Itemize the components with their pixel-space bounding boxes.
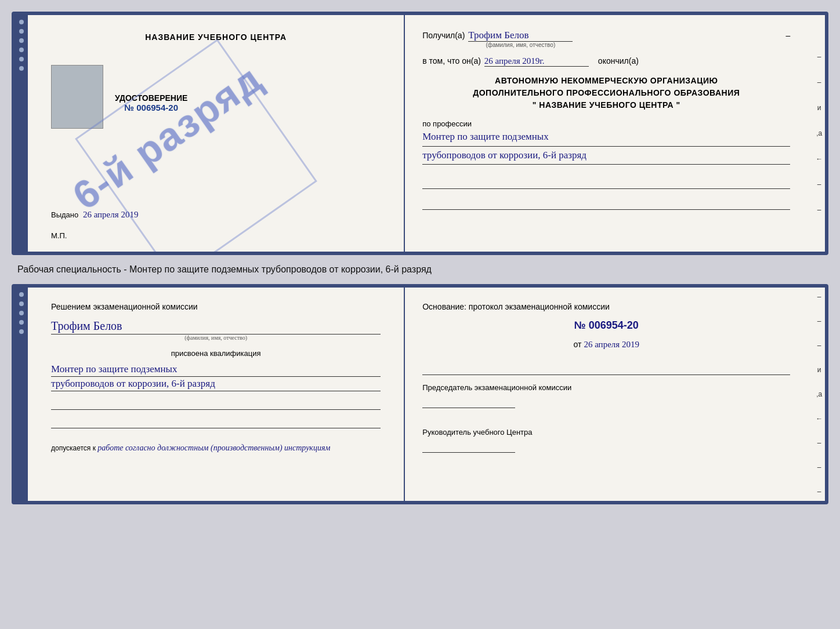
- qualification-lines: Монтер по защите подземных трубопроводов…: [51, 363, 381, 391]
- cert-bottom-right: Основание: протокол экзаменационной коми…: [405, 288, 813, 501]
- decision-title: Решением экзаменационной комиссии: [51, 302, 381, 311]
- side-b-dash2: –: [817, 317, 821, 325]
- completion-date: 26 апреля 2019г.: [484, 56, 589, 67]
- profession-label: по профессии: [422, 119, 790, 128]
- assigned-label: присвоена квалификация: [51, 349, 381, 358]
- spine-dot: [19, 292, 24, 297]
- org-line1: АВТОНОМНУЮ НЕКОММЕРЧЕСКУЮ ОРГАНИЗАЦИЮ: [422, 75, 790, 87]
- spine-dot: [19, 48, 24, 52]
- top-certificate: НАЗВАНИЕ УЧЕБНОГО ЦЕНТРА УДОСТОВЕРЕНИЕ №…: [12, 12, 828, 255]
- cert-title-label: УДОСТОВЕРЕНИЕ: [115, 93, 187, 103]
- допуск-label: допускается к: [51, 444, 96, 452]
- issued-date-value: 26 апреля 2019: [83, 210, 139, 219]
- spine-dot: [19, 320, 24, 325]
- chairman-sig-line: [422, 395, 515, 408]
- protocol-date: от 26 апреля 2019: [422, 340, 790, 350]
- issued-label: Выдано: [51, 210, 78, 219]
- photo-placeholder: [51, 65, 103, 129]
- side-label-и: и: [817, 104, 821, 112]
- side-b-dash5: –: [817, 463, 821, 471]
- org-line3: " НАЗВАНИЕ УЧЕБНОГО ЦЕНТРА ": [422, 99, 790, 111]
- cert-bottom-left: Решением экзаменационной комиссии Трофим…: [28, 288, 405, 501]
- person-name: Трофим Белов: [51, 319, 381, 335]
- date-row: в том, что он(а) 26 апреля 2019г. окончи…: [422, 56, 790, 67]
- person-name-field: Трофим Белов (фамилия, имя, отчество): [51, 319, 381, 341]
- qualification-line2: трубопроводов от коррозии, 6-й разряд: [51, 378, 381, 391]
- допуск-block: допускается к работе согласно должностны…: [51, 443, 381, 453]
- blank-separator: [422, 362, 790, 375]
- side-label-а: ,а: [816, 129, 822, 137]
- spine-dot: [19, 29, 24, 34]
- spine-dot: [19, 66, 24, 71]
- side-b-dash6: –: [817, 488, 821, 496]
- organization-block: АВТОНОМНУЮ НЕКОММЕРЧЕСКУЮ ОРГАНИЗАЦИЮ ДО…: [422, 75, 790, 111]
- допуск-value: работе согласно должностным (производств…: [97, 443, 330, 452]
- side-label-dash4: –: [817, 206, 821, 214]
- profession-line2: трубопроводов от коррозии, 6-й разряд: [422, 147, 790, 165]
- page-wrapper: НАЗВАНИЕ УЧЕБНОГО ЦЕНТРА УДОСТОВЕРЕНИЕ №…: [12, 12, 828, 504]
- profession-value: Монтер по защите подземных трубопроводов…: [422, 128, 790, 165]
- profession-line1: Монтер по защите подземных: [422, 128, 790, 147]
- cert-number: № 006954-20: [115, 103, 187, 112]
- side-b-dash3: –: [817, 341, 821, 350]
- side-label-dash2: –: [817, 78, 821, 86]
- profession-block: по профессии Монтер по защите подземных …: [422, 119, 790, 165]
- side-decoration-right: – – и ,а ← – –: [813, 15, 825, 252]
- side-b-и: и: [817, 366, 821, 374]
- side-b-dash1: –: [817, 293, 821, 301]
- cert-top-content: НАЗВАНИЕ УЧЕБНОГО ЦЕНТРА УДОСТОВЕРЕНИЕ №…: [28, 15, 825, 252]
- spine-left-bottom: [15, 288, 28, 501]
- blank-line-3: [51, 397, 381, 410]
- head-sig-line: [422, 440, 515, 453]
- caption-text: Рабочая специальность - Монтер по защите…: [12, 262, 828, 277]
- received-label: Получил(а): [422, 31, 465, 40]
- spine-dot: [19, 311, 24, 315]
- date-from-value: 26 апреля 2019: [584, 340, 639, 349]
- spine-dot: [19, 57, 24, 61]
- head-label: Руководитель учебного Центра: [422, 428, 790, 437]
- cert-bottom-content: Решением экзаменационной комиссии Трофим…: [28, 288, 825, 501]
- protocol-number: № 006954-20: [422, 319, 790, 332]
- chairman-label: Председатель экзаменационной комиссии: [422, 383, 790, 392]
- spine-dot: [19, 329, 24, 334]
- mp-label: М.П.: [51, 231, 381, 240]
- recipient-name: Трофим Белов: [468, 30, 573, 42]
- blank-line-2: [422, 197, 790, 210]
- person-sublabel: (фамилия, имя, отчество): [51, 335, 381, 341]
- in-that-label: в том, что он(а): [422, 56, 481, 66]
- cert-number-box: УДОСТОВЕРЕНИЕ № 006954-20: [115, 93, 187, 112]
- side-label-arrow: ←: [816, 155, 823, 163]
- org-line2: ДОПОЛНИТЕЛЬНОГО ПРОФЕССИОНАЛЬНОГО ОБРАЗО…: [422, 87, 790, 99]
- qualification-line1: Монтер по защите подземных: [51, 363, 381, 377]
- head-block: Руководитель учебного Центра: [422, 428, 790, 453]
- side-b-arrow: ←: [816, 415, 823, 423]
- school-name-top: НАЗВАНИЕ УЧЕБНОГО ЦЕНТРА: [145, 32, 287, 42]
- spine-dot: [19, 20, 24, 24]
- date-from-label: от: [574, 340, 582, 349]
- issued-date: Выдано 26 апреля 2019: [51, 210, 381, 226]
- side-label-dash1: –: [817, 53, 821, 61]
- cert-top-left: НАЗВАНИЕ УЧЕБНОГО ЦЕНТРА УДОСТОВЕРЕНИЕ №…: [28, 15, 405, 252]
- cert-top-right: Получил(а) Трофим Белов (фамилия, имя, о…: [405, 15, 813, 252]
- spine-dot: [19, 38, 24, 43]
- side-label-dash3: –: [817, 180, 821, 188]
- spine-left: [15, 15, 28, 252]
- finished-label: окончил(а): [598, 56, 639, 66]
- spine-dot: [19, 301, 24, 306]
- recipient-sublabel: (фамилия, имя, отчество): [468, 42, 573, 48]
- dash1: –: [786, 31, 791, 40]
- side-b-а: ,а: [816, 390, 822, 398]
- recipient-row: Получил(а) Трофим Белов (фамилия, имя, о…: [422, 30, 790, 48]
- chairman-block: Председатель экзаменационной комиссии: [422, 383, 790, 408]
- blank-line-1: [422, 176, 790, 189]
- blank-line-5: [422, 362, 790, 375]
- side-b-dash4: –: [817, 439, 821, 447]
- blank-line-4: [51, 416, 381, 428]
- bottom-certificate: Решением экзаменационной комиссии Трофим…: [12, 284, 828, 504]
- basis-title: Основание: протокол экзаменационной коми…: [422, 302, 790, 311]
- side-decoration-bottom-right: – – – и ,а ← – – –: [813, 288, 825, 501]
